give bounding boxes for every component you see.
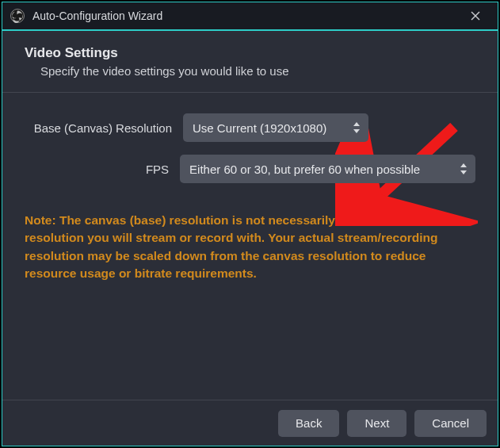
obs-icon	[10, 9, 25, 23]
fps-value: Either 60 or 30, but prefer 60 when poss…	[189, 163, 420, 176]
fps-select[interactable]: Either 60 or 30, but prefer 60 when poss…	[180, 155, 475, 183]
content-area: Base (Canvas) Resolution Use Current (19…	[2, 93, 498, 400]
wizard-header: Video Settings Specify the video setting…	[2, 31, 498, 92]
back-button[interactable]: Back	[278, 410, 339, 437]
page-subtitle: Specify the video settings you would lik…	[25, 64, 475, 78]
footer: Back Next Cancel	[2, 400, 498, 446]
resolution-row: Base (Canvas) Resolution Use Current (19…	[25, 113, 475, 142]
stepper-icon	[460, 160, 471, 178]
wizard-window: Auto-Configuration Wizard Video Settings…	[2, 2, 498, 446]
page-title: Video Settings	[25, 45, 475, 61]
svg-marker-6	[353, 129, 360, 133]
svg-marker-7	[460, 163, 467, 167]
svg-marker-8	[460, 170, 467, 174]
svg-marker-5	[353, 122, 360, 126]
resolution-label: Base (Canvas) Resolution	[25, 121, 183, 135]
stepper-icon	[353, 119, 364, 136]
resolution-select[interactable]: Use Current (1920x1080)	[183, 113, 368, 142]
titlebar: Auto-Configuration Wizard	[2, 2, 498, 31]
close-icon	[471, 11, 480, 21]
fps-row: FPS Either 60 or 30, but prefer 60 when …	[25, 155, 475, 183]
fps-label: FPS	[25, 163, 180, 176]
next-button[interactable]: Next	[347, 410, 406, 437]
cancel-button[interactable]: Cancel	[414, 410, 487, 437]
resolution-value: Use Current (1920x1080)	[193, 121, 326, 135]
window-title: Auto-Configuration Wizard	[32, 10, 460, 22]
close-button[interactable]	[460, 4, 491, 28]
note-text: Note: The canvas (base) resolution is no…	[25, 212, 475, 283]
